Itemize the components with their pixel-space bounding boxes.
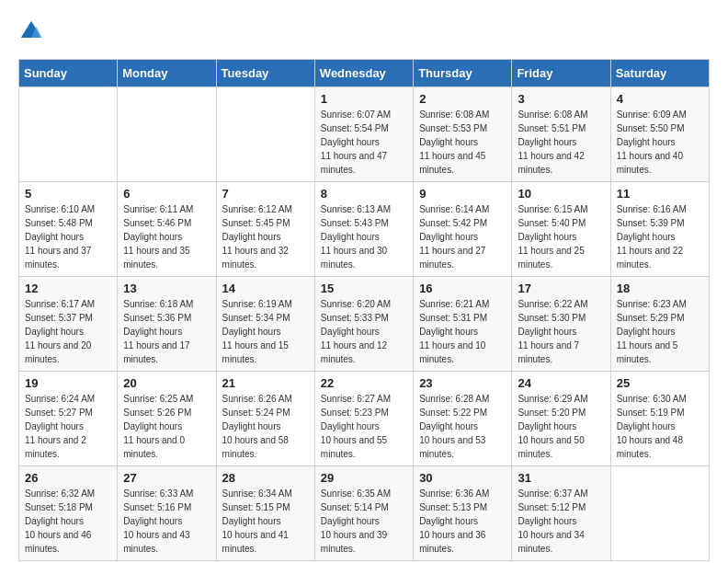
- calendar-week-2: 5Sunrise: 6:10 AMSunset: 5:48 PMDaylight…: [19, 182, 710, 277]
- day-info: Sunrise: 6:28 AMSunset: 5:22 PMDaylight …: [419, 392, 506, 461]
- day-info: Sunrise: 6:18 AMSunset: 5:36 PMDaylight …: [123, 297, 210, 366]
- calendar-body: 1Sunrise: 6:07 AMSunset: 5:54 PMDaylight…: [19, 87, 710, 561]
- day-info: Sunrise: 6:35 AMSunset: 5:14 PMDaylight …: [321, 487, 407, 556]
- day-number: 31: [518, 471, 604, 485]
- calendar-cell: 30Sunrise: 6:36 AMSunset: 5:13 PMDayligh…: [414, 466, 512, 561]
- calendar-cell: [19, 87, 118, 182]
- page-header: [18, 18, 710, 44]
- day-number: 27: [123, 471, 210, 485]
- calendar-cell: 4Sunrise: 6:09 AMSunset: 5:50 PMDaylight…: [610, 87, 709, 182]
- day-number: 6: [123, 187, 210, 201]
- weekday-header-thursday: Thursday: [414, 60, 512, 87]
- calendar-cell: 1Sunrise: 6:07 AMSunset: 5:54 PMDaylight…: [314, 87, 413, 182]
- day-info: Sunrise: 6:22 AMSunset: 5:30 PMDaylight …: [518, 297, 604, 366]
- day-number: 8: [321, 187, 407, 201]
- day-info: Sunrise: 6:20 AMSunset: 5:33 PMDaylight …: [321, 297, 407, 366]
- calendar-cell: 14Sunrise: 6:19 AMSunset: 5:34 PMDayligh…: [216, 277, 314, 372]
- day-number: 17: [518, 282, 604, 295]
- calendar-cell: [216, 87, 314, 182]
- calendar-cell: 11Sunrise: 6:16 AMSunset: 5:39 PMDayligh…: [610, 182, 709, 277]
- day-number: 23: [419, 376, 506, 390]
- day-info: Sunrise: 6:33 AMSunset: 5:16 PMDaylight …: [123, 487, 210, 556]
- weekday-header-tuesday: Tuesday: [216, 60, 314, 87]
- calendar-cell: 27Sunrise: 6:33 AMSunset: 5:16 PMDayligh…: [118, 466, 216, 561]
- day-info: Sunrise: 6:08 AMSunset: 5:51 PMDaylight …: [518, 108, 604, 177]
- day-number: 21: [222, 376, 309, 390]
- day-info: Sunrise: 6:37 AMSunset: 5:12 PMDaylight …: [518, 487, 604, 556]
- calendar-table: SundayMondayTuesdayWednesdayThursdayFrid…: [18, 59, 710, 561]
- calendar-cell: 9Sunrise: 6:14 AMSunset: 5:42 PMDaylight…: [414, 182, 512, 277]
- logo-icon: [18, 18, 44, 44]
- logo: [18, 18, 48, 44]
- calendar-week-4: 19Sunrise: 6:24 AMSunset: 5:27 PMDayligh…: [19, 372, 710, 466]
- calendar-cell: 26Sunrise: 6:32 AMSunset: 5:18 PMDayligh…: [19, 466, 118, 561]
- day-number: 10: [518, 187, 604, 201]
- day-info: Sunrise: 6:12 AMSunset: 5:45 PMDaylight …: [222, 202, 309, 271]
- calendar-cell: 16Sunrise: 6:21 AMSunset: 5:31 PMDayligh…: [414, 277, 512, 372]
- calendar-cell: [118, 87, 216, 182]
- day-number: 18: [617, 282, 703, 295]
- day-number: 26: [25, 471, 111, 485]
- day-number: 14: [222, 282, 309, 295]
- calendar-cell: 2Sunrise: 6:08 AMSunset: 5:53 PMDaylight…: [414, 87, 512, 182]
- calendar-cell: 15Sunrise: 6:20 AMSunset: 5:33 PMDayligh…: [314, 277, 413, 372]
- weekday-header-row: SundayMondayTuesdayWednesdayThursdayFrid…: [19, 60, 710, 87]
- calendar-cell: 21Sunrise: 6:26 AMSunset: 5:24 PMDayligh…: [216, 372, 314, 466]
- day-number: 28: [222, 471, 309, 485]
- calendar-cell: 3Sunrise: 6:08 AMSunset: 5:51 PMDaylight…: [512, 87, 610, 182]
- day-info: Sunrise: 6:11 AMSunset: 5:46 PMDaylight …: [123, 202, 210, 271]
- day-number: 13: [123, 282, 210, 295]
- calendar-cell: 18Sunrise: 6:23 AMSunset: 5:29 PMDayligh…: [610, 277, 709, 372]
- day-info: Sunrise: 6:10 AMSunset: 5:48 PMDaylight …: [25, 202, 111, 271]
- calendar-cell: 20Sunrise: 6:25 AMSunset: 5:26 PMDayligh…: [118, 372, 216, 466]
- day-info: Sunrise: 6:23 AMSunset: 5:29 PMDaylight …: [617, 297, 703, 366]
- day-info: Sunrise: 6:25 AMSunset: 5:26 PMDaylight …: [123, 392, 210, 461]
- day-number: 3: [518, 92, 604, 106]
- calendar-cell: 28Sunrise: 6:34 AMSunset: 5:15 PMDayligh…: [216, 466, 314, 561]
- day-number: 4: [617, 92, 703, 106]
- day-info: Sunrise: 6:13 AMSunset: 5:43 PMDaylight …: [321, 202, 407, 271]
- day-info: Sunrise: 6:34 AMSunset: 5:15 PMDaylight …: [222, 487, 309, 556]
- calendar-cell: 5Sunrise: 6:10 AMSunset: 5:48 PMDaylight…: [19, 182, 118, 277]
- day-number: 2: [419, 92, 506, 106]
- day-info: Sunrise: 6:17 AMSunset: 5:37 PMDaylight …: [25, 297, 111, 366]
- calendar-week-1: 1Sunrise: 6:07 AMSunset: 5:54 PMDaylight…: [19, 87, 710, 182]
- day-info: Sunrise: 6:16 AMSunset: 5:39 PMDaylight …: [617, 202, 703, 271]
- calendar-week-5: 26Sunrise: 6:32 AMSunset: 5:18 PMDayligh…: [19, 466, 710, 561]
- weekday-header-friday: Friday: [512, 60, 610, 87]
- day-number: 7: [222, 187, 309, 201]
- day-number: 5: [25, 187, 111, 201]
- calendar-cell: 17Sunrise: 6:22 AMSunset: 5:30 PMDayligh…: [512, 277, 610, 372]
- calendar-cell: 7Sunrise: 6:12 AMSunset: 5:45 PMDaylight…: [216, 182, 314, 277]
- weekday-header-sunday: Sunday: [19, 60, 118, 87]
- day-number: 11: [617, 187, 703, 201]
- calendar-week-3: 12Sunrise: 6:17 AMSunset: 5:37 PMDayligh…: [19, 277, 710, 372]
- weekday-header-wednesday: Wednesday: [314, 60, 413, 87]
- calendar-header: SundayMondayTuesdayWednesdayThursdayFrid…: [19, 60, 710, 87]
- day-info: Sunrise: 6:24 AMSunset: 5:27 PMDaylight …: [25, 392, 111, 461]
- day-info: Sunrise: 6:21 AMSunset: 5:31 PMDaylight …: [419, 297, 506, 366]
- day-number: 20: [123, 376, 210, 390]
- calendar-cell: 25Sunrise: 6:30 AMSunset: 5:19 PMDayligh…: [610, 372, 709, 466]
- day-number: 12: [25, 282, 111, 295]
- weekday-header-saturday: Saturday: [610, 60, 709, 87]
- day-number: 25: [617, 376, 703, 390]
- calendar-cell: 19Sunrise: 6:24 AMSunset: 5:27 PMDayligh…: [19, 372, 118, 466]
- day-info: Sunrise: 6:30 AMSunset: 5:19 PMDaylight …: [617, 392, 703, 461]
- calendar-cell: 12Sunrise: 6:17 AMSunset: 5:37 PMDayligh…: [19, 277, 118, 372]
- day-info: Sunrise: 6:32 AMSunset: 5:18 PMDaylight …: [25, 487, 111, 556]
- calendar-cell: 24Sunrise: 6:29 AMSunset: 5:20 PMDayligh…: [512, 372, 610, 466]
- day-number: 29: [321, 471, 407, 485]
- day-number: 22: [321, 376, 407, 390]
- calendar-cell: [610, 466, 709, 561]
- calendar-cell: 8Sunrise: 6:13 AMSunset: 5:43 PMDaylight…: [314, 182, 413, 277]
- calendar-cell: 23Sunrise: 6:28 AMSunset: 5:22 PMDayligh…: [414, 372, 512, 466]
- calendar-cell: 31Sunrise: 6:37 AMSunset: 5:12 PMDayligh…: [512, 466, 610, 561]
- day-info: Sunrise: 6:26 AMSunset: 5:24 PMDaylight …: [222, 392, 309, 461]
- day-number: 9: [419, 187, 506, 201]
- calendar-cell: 13Sunrise: 6:18 AMSunset: 5:36 PMDayligh…: [118, 277, 216, 372]
- day-number: 15: [321, 282, 407, 295]
- day-info: Sunrise: 6:27 AMSunset: 5:23 PMDaylight …: [321, 392, 407, 461]
- weekday-header-monday: Monday: [118, 60, 216, 87]
- day-number: 30: [419, 471, 506, 485]
